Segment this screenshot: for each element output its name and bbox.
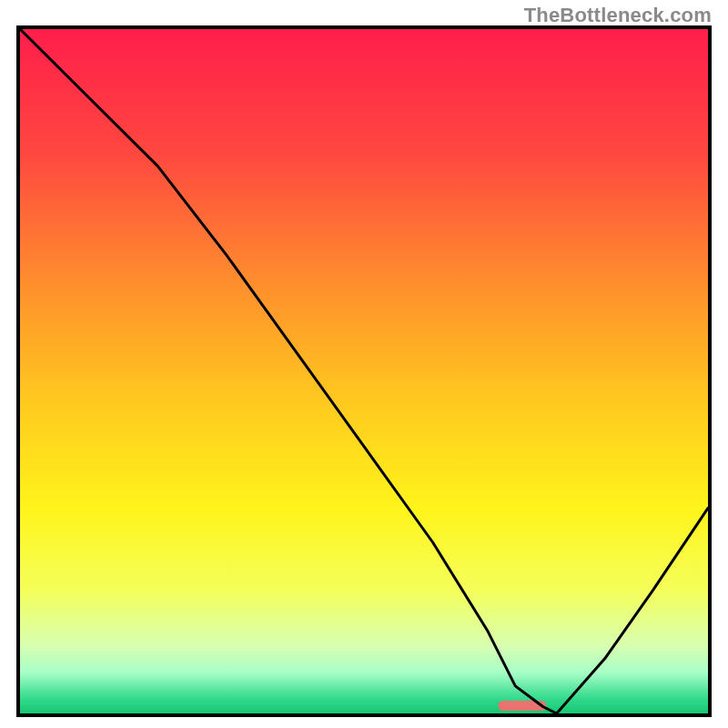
watermark-text: TheBottleneck.com xyxy=(524,4,712,27)
chart-canvas xyxy=(20,29,708,713)
chart-frame xyxy=(16,25,712,717)
